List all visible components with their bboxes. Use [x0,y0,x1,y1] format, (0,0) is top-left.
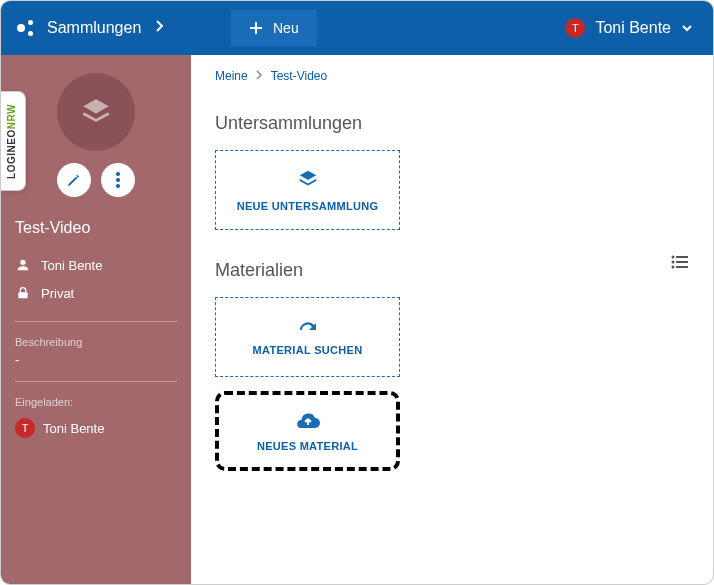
breadcrumb-current[interactable]: Test-Video [271,69,327,83]
visibility-row: Privat [1,279,191,307]
svg-rect-6 [676,256,688,258]
tile-label: NEUE UNTERSAMMLUNG [237,200,379,212]
more-button[interactable] [101,163,135,197]
new-button-label: Neu [273,20,299,36]
svg-rect-4 [18,292,27,298]
plus-icon [249,21,263,35]
new-material-tile[interactable]: NEUES MATERIAL [215,391,400,471]
new-button[interactable]: Neu [231,10,317,46]
svg-point-2 [116,184,120,188]
user-name: Toni Bente [595,19,671,37]
layers-icon [297,168,319,190]
collection-title: Test-Video [1,219,191,251]
invited-user-row: T Toni Bente [1,412,191,444]
chevron-down-icon [681,24,693,32]
breadcrumb: Meine Test-Video [215,69,689,83]
user-menu[interactable]: T Toni Bente [565,18,713,38]
chevron-right-icon[interactable] [155,19,165,37]
chevron-right-icon [256,69,263,83]
topbar-title[interactable]: Sammlungen [47,19,141,37]
svg-point-3 [20,260,25,265]
pencil-icon [66,172,82,188]
cloud-upload-icon [295,410,321,430]
app-logo-icon [17,18,37,38]
owner-name: Toni Bente [41,258,102,273]
avatar: T [15,418,35,438]
section-title-materials: Materialien [215,260,303,281]
search-material-tile[interactable]: MATERIAL SUCHEN [215,297,400,377]
person-icon [15,257,31,273]
svg-point-7 [672,260,675,263]
breadcrumb-root[interactable]: Meine [215,69,248,83]
description-label: Beschreibung [1,336,191,352]
avatar: T [565,18,585,38]
invited-name: Toni Bente [43,421,104,436]
lock-icon [15,285,31,301]
svg-point-5 [672,255,675,258]
svg-point-9 [672,265,675,268]
divider [15,381,177,382]
more-vertical-icon [116,172,120,188]
list-icon [671,255,689,269]
owner-row: Toni Bente [1,251,191,279]
layers-icon [79,95,113,129]
description-value: - [1,352,191,367]
svg-point-0 [116,172,120,176]
svg-rect-10 [676,266,688,268]
new-subcollection-tile[interactable]: NEUE UNTERSAMMLUNG [215,150,400,230]
svg-rect-8 [676,261,688,263]
logineo-side-tab[interactable]: LOGINEONRW [0,91,26,191]
section-title-subcollections: Untersammlungen [215,113,689,134]
list-view-toggle[interactable] [671,255,689,273]
svg-point-1 [116,178,120,182]
tile-label: MATERIAL SUCHEN [253,344,363,356]
divider [15,321,177,322]
edit-button[interactable] [57,163,91,197]
redo-icon [296,318,320,334]
collection-icon-circle [57,73,135,151]
tile-label: NEUES MATERIAL [257,440,358,452]
visibility-label: Privat [41,286,74,301]
invited-label: Eingeladen: [1,396,191,412]
